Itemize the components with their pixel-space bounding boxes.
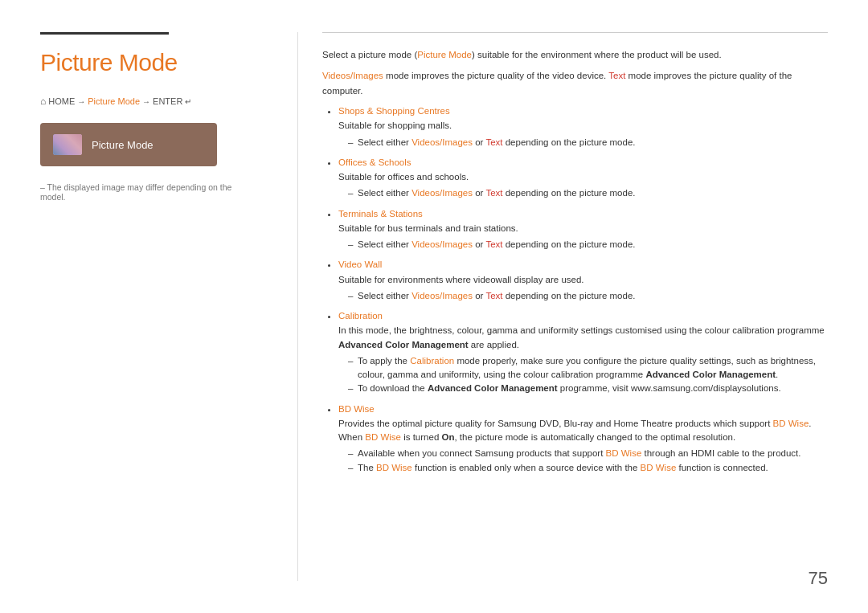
sub-list-item: To download the Advanced Color Managemen… xyxy=(348,382,828,395)
item-desc-videowall: Suitable for environments where videowal… xyxy=(338,273,828,287)
right-column: Select a picture mode (Picture Mode) sui… xyxy=(306,32,828,581)
item-title-shops: Shops & Shopping Centres xyxy=(338,106,450,116)
top-border-right xyxy=(322,32,828,33)
list-item: BD Wise Provides the optimal picture qua… xyxy=(338,403,828,475)
bdwise-ref: BD Wise xyxy=(773,419,809,428)
note-text: – The displayed image may differ dependi… xyxy=(40,182,257,202)
breadcrumb-end: ENTER ↵ xyxy=(153,96,191,106)
bdwise-ref2: BD Wise xyxy=(365,432,401,442)
top-border-left xyxy=(40,32,169,35)
item-title-terminals: Terminals & Stations xyxy=(338,209,423,219)
breadcrumb: ⌂ HOME → Picture Mode → ENTER ↵ xyxy=(40,96,257,107)
item-desc-terminals: Suitable for bus terminals and train sta… xyxy=(338,222,828,235)
item-title-offices: Offices & Schools xyxy=(338,157,411,167)
sub-list-item: Available when you connect Samsung produ… xyxy=(348,447,828,460)
sub-list-shops: Select either Videos/Images or Text depe… xyxy=(338,136,828,149)
list-item: Shops & Shopping Centres Suitable for sh… xyxy=(338,104,828,149)
page-title: Picture Mode xyxy=(40,49,257,76)
breadcrumb-middle: Picture Mode xyxy=(88,96,140,106)
sub-list-item: The BD Wise function is enabled only whe… xyxy=(348,461,828,475)
videos-images-ref: Videos/Images xyxy=(411,291,473,300)
bdwise-ref5: BD Wise xyxy=(641,463,677,472)
videos-images-ref: Videos/Images xyxy=(411,188,473,198)
picture-mode-icon xyxy=(53,134,82,155)
list-item: Offices & Schools Suitable for offices a… xyxy=(338,156,828,201)
page-number: 75 xyxy=(809,568,828,589)
sub-list-bdwise: Available when you connect Samsung produ… xyxy=(338,447,828,475)
item-desc-bdwise: Provides the optimal picture quality for… xyxy=(338,417,828,445)
item-title-calibration: Calibration xyxy=(338,311,383,321)
sub-list-item: To apply the Calibration mode properly, … xyxy=(348,354,828,382)
text-ref: Text xyxy=(485,239,502,249)
list-item: Video Wall Suitable for environments whe… xyxy=(338,258,828,303)
picture-mode-link: Picture Mode xyxy=(417,50,472,59)
text-ref: Text xyxy=(485,188,502,198)
list-item: Calibration In this mode, the brightness… xyxy=(338,309,828,396)
item-title-videowall: Video Wall xyxy=(338,260,382,269)
bdwise-ref4: BD Wise xyxy=(376,463,412,472)
home-icon: ⌂ xyxy=(40,96,46,107)
breadcrumb-arrow2: → xyxy=(142,97,150,106)
sub-list-item: Select either Videos/Images or Text depe… xyxy=(348,238,828,251)
item-desc-shops: Suitable for shopping malls. xyxy=(338,119,828,133)
calibration-ref: Calibration xyxy=(410,356,454,366)
sub-list-terminals: Select either Videos/Images or Text depe… xyxy=(338,238,828,251)
menu-item-label: Picture Mode xyxy=(92,139,154,151)
item-title-bdwise: BD Wise xyxy=(338,404,375,414)
sub-list-item: Select either Videos/Images or Text depe… xyxy=(348,136,828,149)
videos-images-ref: Videos/Images xyxy=(411,239,473,249)
section-list: Shops & Shopping Centres Suitable for sh… xyxy=(322,104,828,475)
videos-images-ref: Videos/Images xyxy=(411,137,473,147)
sub-list-item: Select either Videos/Images or Text depe… xyxy=(348,289,828,303)
intro-paragraph-2: Videos/Images mode improves the picture … xyxy=(322,68,828,98)
sub-list-offices: Select either Videos/Images or Text depe… xyxy=(338,186,828,200)
vertical-divider xyxy=(297,32,298,581)
bdwise-ref3: BD Wise xyxy=(606,448,642,458)
breadcrumb-home: HOME xyxy=(48,96,75,106)
sub-list-videowall: Select either Videos/Images or Text depe… xyxy=(338,289,828,303)
sub-list-calibration: To apply the Calibration mode properly, … xyxy=(338,354,828,396)
text-ref: Text xyxy=(485,291,502,300)
item-desc-calibration: In this mode, the brightness, colour, ga… xyxy=(338,324,828,352)
text-ref: Text xyxy=(485,137,502,147)
videos-images-label: Videos/Images xyxy=(322,71,383,80)
list-item: Terminals & Stations Suitable for bus te… xyxy=(338,207,828,252)
sub-list-item: Select either Videos/Images or Text depe… xyxy=(348,186,828,200)
text-label: Text xyxy=(608,71,625,80)
left-column: Picture Mode ⌂ HOME → Picture Mode → ENT… xyxy=(40,32,289,581)
intro-paragraph-1: Select a picture mode (Picture Mode) sui… xyxy=(322,47,828,62)
breadcrumb-arrow1: → xyxy=(77,97,85,106)
menu-item-box: Picture Mode xyxy=(40,123,217,166)
item-desc-offices: Suitable for offices and schools. xyxy=(338,170,828,184)
